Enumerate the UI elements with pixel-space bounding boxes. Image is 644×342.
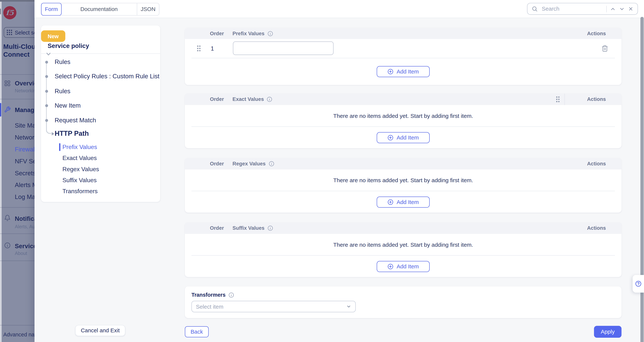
workspace-title-line1: Multi-Clou (3, 43, 36, 50)
empty-state-row: There are no items added yet. Start by a… (185, 234, 622, 255)
chevron-down-icon (619, 6, 625, 12)
info-icon[interactable] (267, 225, 273, 231)
sidebar-item-manage[interactable]: Manage (15, 106, 38, 113)
search-prev-button[interactable] (610, 6, 616, 12)
wizard-step-rules-1[interactable]: Rules (55, 58, 70, 65)
column-divider (564, 94, 565, 105)
advanced-nav-toggle[interactable]: Advanced nav (3, 332, 37, 338)
apply-button[interactable]: Apply (594, 326, 622, 338)
column-header-label: Suffix Values (232, 225, 264, 231)
wizard-step-http-path[interactable]: HTTP Path (55, 130, 89, 137)
table-header: Order Exact Values Actions (185, 94, 622, 105)
column-header-actions: Actions (587, 161, 606, 167)
workspace-title: Multi-Clou Connect (3, 43, 36, 58)
regex-values-table: Order Regex Values Actions There are no … (185, 158, 622, 213)
close-icon (628, 6, 634, 11)
empty-state-text: There are no items added yet. Start by a… (333, 177, 473, 183)
transformers-select[interactable]: Select item (191, 301, 356, 312)
info-icon[interactable] (267, 96, 272, 102)
wizard-nav-card: New Service policy Rules Select Policy R… (41, 25, 160, 202)
workspace-title-line2: Connect (3, 50, 36, 58)
column-header-exact-values: Exact Values (232, 96, 272, 102)
wizard-step-select-policy-rules[interactable]: Select Policy Rules : Custom Rule List (55, 73, 160, 80)
column-header-regex-values: Regex Values (232, 161, 274, 167)
active-substep-indicator (59, 143, 60, 151)
wizard-divider (41, 53, 160, 54)
add-item-row: Add Item (185, 191, 622, 212)
empty-state-row: There are no items added yet. Start by a… (185, 170, 622, 191)
info-icon[interactable] (267, 30, 273, 36)
back-button[interactable]: Back (185, 326, 209, 337)
add-item-row: Add Item (185, 127, 622, 148)
wizard-step-rules-2[interactable]: Rules (55, 87, 70, 94)
transformers-card: Transformers Select item (185, 287, 622, 318)
info-icon[interactable] (268, 161, 274, 167)
info-circle-icon (4, 242, 11, 249)
wizard-substep-transformers[interactable]: Transformers (62, 188, 98, 195)
sidebar-item-alerts-management[interactable]: Alerts M (15, 181, 37, 188)
sidebar-item-overview-sub: Networkin (15, 88, 36, 93)
sidebar-item-service[interactable]: Service (15, 243, 36, 250)
tab-form[interactable]: Form (41, 3, 62, 15)
search-icon (532, 6, 538, 12)
drag-handle-icon[interactable] (197, 45, 201, 52)
select-service-label: Select se (15, 29, 37, 35)
column-header-prefix-values: Prefix Values (232, 30, 273, 36)
prefix-value-input[interactable] (233, 41, 334, 55)
sidebar-item-secrets[interactable]: Secrets (15, 170, 36, 176)
transformers-label-row: Transformers (191, 292, 234, 298)
help-button[interactable] (632, 275, 644, 293)
column-header-order: Order (210, 161, 224, 167)
form-panel: Form Documentation JSON (34, 0, 644, 342)
trash-icon (602, 45, 608, 52)
exact-values-table: Order Exact Values Actions There are no … (185, 94, 622, 148)
sidebar-item-service-sub: About (15, 251, 27, 256)
wizard-substep-prefix-values[interactable]: Prefix Values (62, 144, 97, 150)
timeline-arrow-icon (52, 132, 54, 136)
add-item-label: Add Item (397, 263, 419, 270)
wizard-step-new-item[interactable]: New Item (55, 102, 81, 109)
status-badge: New (41, 30, 65, 42)
step-dot (45, 61, 48, 63)
plus-circle-icon (388, 263, 394, 270)
wizard-title: Service policy (48, 42, 89, 49)
add-item-button[interactable]: Add Item (377, 132, 430, 143)
sidebar-scrollbar[interactable] (0, 2, 2, 342)
column-drag-handle-icon[interactable] (556, 96, 560, 103)
cancel-and-exit-button[interactable]: Cancel and Exit (75, 325, 125, 336)
column-header-label: Exact Values (232, 96, 264, 102)
wizard-step-request-match[interactable]: Request Match (55, 117, 96, 123)
app-root: f5 Select se Multi-Clou Connect Overvie … (0, 0, 644, 342)
step-dot (45, 119, 48, 122)
sidebar-item-networking[interactable]: Network (15, 134, 37, 141)
sidebar-item-notifications[interactable]: Notifica (15, 215, 37, 222)
sidebar-item-firewall[interactable]: Firewall (15, 146, 36, 153)
add-item-button[interactable]: Add Item (377, 196, 430, 207)
prefix-values-table: Order Prefix Values Actions 1 (185, 28, 622, 85)
search-input[interactable] (541, 5, 603, 12)
add-item-label: Add Item (397, 199, 419, 205)
sidebar-scrollbar-thumb[interactable] (0, 8, 1, 14)
page-scrollbar-thumb[interactable] (640, 17, 644, 342)
wrench-icon (4, 106, 11, 113)
add-item-button[interactable]: Add Item (377, 66, 430, 77)
info-icon[interactable] (228, 292, 234, 298)
table-header: Order Suffix Values Actions (185, 223, 622, 234)
collapse-chevron-icon[interactable] (46, 53, 51, 56)
plus-circle-icon (388, 199, 394, 205)
wizard-substep-suffix-values[interactable]: Suffix Values (62, 177, 96, 183)
column-header-order: Order (210, 96, 224, 102)
search-next-button[interactable] (619, 6, 625, 12)
column-header-order: Order (210, 225, 224, 231)
wizard-substep-exact-values[interactable]: Exact Values (62, 155, 97, 161)
delete-row-button[interactable] (600, 44, 609, 53)
panel-topbar: Form Documentation JSON (34, 0, 644, 18)
wizard-substep-regex-values[interactable]: Regex Values (62, 166, 99, 172)
search-close-button[interactable] (628, 6, 634, 11)
sidebar-item-overview[interactable]: Overvie (15, 80, 37, 86)
tab-documentation[interactable]: Documentation (61, 3, 137, 15)
tab-json[interactable]: JSON (137, 3, 159, 15)
column-header-actions: Actions (587, 96, 606, 102)
plus-circle-icon (388, 69, 394, 75)
add-item-button[interactable]: Add Item (377, 261, 430, 272)
